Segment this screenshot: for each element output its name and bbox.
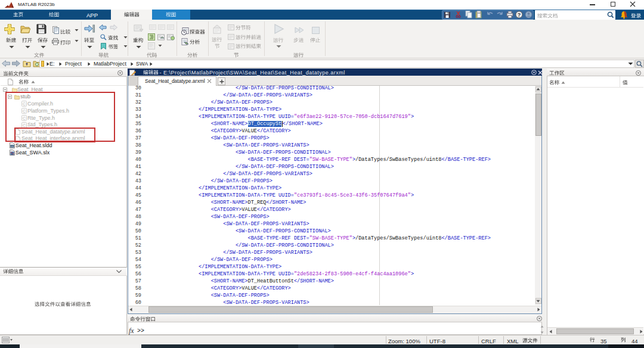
svg-text:?: ? (518, 12, 521, 18)
